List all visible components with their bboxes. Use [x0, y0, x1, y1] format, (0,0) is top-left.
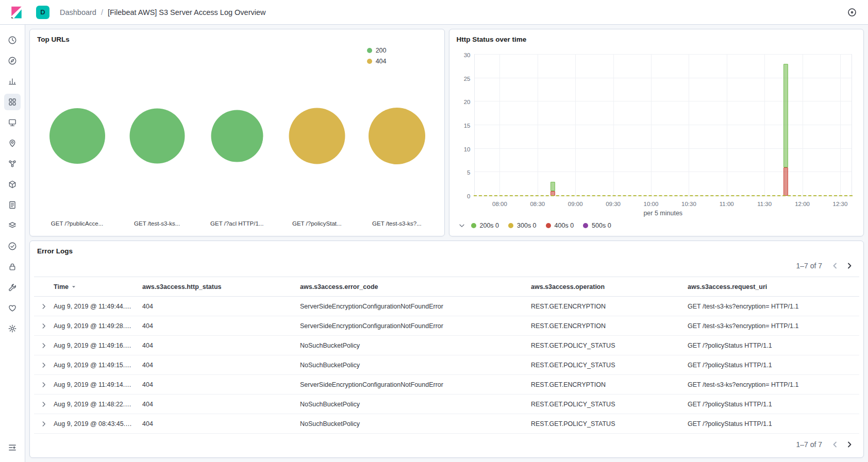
x-axis-tick-label: 11:00: [720, 201, 734, 207]
canvas-icon[interactable]: [4, 114, 21, 131]
top-url-item: GET /?publicAcce...: [37, 29, 117, 236]
cell-time: Aug 9, 2019 @ 11:48:22.000: [49, 395, 138, 414]
grid-line: [475, 101, 852, 101]
table-row: Aug 9, 2019 @ 11:49:15.000404NoSuchBucke…: [34, 355, 859, 375]
next-page-button[interactable]: [843, 259, 856, 272]
expand-row-button[interactable]: [38, 320, 49, 332]
legend-label: 400s 0: [555, 222, 574, 229]
bar-200s[interactable]: [783, 64, 788, 167]
pie-circle[interactable]: [289, 108, 345, 164]
chevron-down-icon[interactable]: [457, 220, 467, 231]
expand-row-button[interactable]: [38, 379, 49, 390]
legend-item[interactable]: 200s 0: [471, 222, 499, 229]
monitoring-icon[interactable]: [4, 300, 21, 316]
cell-request-uri: GET /test-s3-ks?encryption= HTTP/1.1: [683, 297, 859, 316]
expander-cell: [34, 414, 49, 434]
machine-learning-icon[interactable]: [4, 156, 21, 172]
security-icon[interactable]: [4, 259, 21, 275]
dev-tools-icon[interactable]: [4, 279, 21, 296]
cell-request-uri: GET /test-s3-ks?encryption= HTTP/1.1: [683, 375, 859, 395]
column-header-error-code[interactable]: aws.s3access.error_code: [296, 277, 527, 297]
bar-200s[interactable]: [550, 182, 555, 191]
error-logs-panel: Error Logs 1–7 of 7 Timeaws.s3access.htt…: [29, 241, 864, 458]
expand-row-button[interactable]: [38, 418, 49, 430]
grid-line: [764, 55, 765, 196]
apm-icon[interactable]: [4, 217, 21, 234]
pie-circle[interactable]: [369, 108, 425, 164]
legend-item[interactable]: 500s 0: [583, 222, 611, 229]
collapse-navigation-icon[interactable]: [4, 439, 21, 456]
table-header: Timeaws.s3access.http_statusaws.s3access…: [34, 277, 859, 297]
metrics-icon[interactable]: [4, 176, 21, 193]
cell-time: Aug 9, 2019 @ 11:49:44.000: [49, 297, 138, 316]
dashboard-icon[interactable]: [4, 94, 21, 110]
grid-line: [575, 55, 576, 196]
pagination-label: 1–7 of 7: [796, 440, 822, 449]
space-badge[interactable]: D: [36, 6, 49, 19]
expander-cell: [34, 355, 49, 375]
top-bar: D Dashboard / [Filebeat AWS] S3 Server A…: [0, 0, 868, 25]
logs-icon[interactable]: [4, 197, 21, 213]
http-status-panel: Http Status over time 05101520253008:000…: [449, 29, 864, 236]
help-icon[interactable]: [845, 6, 859, 19]
next-page-button[interactable]: [843, 438, 856, 451]
discover-icon[interactable]: [4, 53, 21, 69]
expand-row-button[interactable]: [38, 360, 49, 371]
cell-error-code: ServerSideEncryptionConfigurationNotFoun…: [296, 375, 527, 395]
legend-dot: [508, 223, 513, 228]
legend-item[interactable]: 400s 0: [546, 222, 574, 229]
cell-operation: REST.GET.POLICY_STATUS: [527, 336, 683, 355]
expander-column-header: [34, 277, 49, 297]
error-logs-table: Timeaws.s3access.http_statusaws.s3access…: [34, 277, 859, 434]
cell-error-code: NoSuchBucketPolicy: [296, 414, 527, 434]
error-logs-title: Error Logs: [30, 241, 863, 255]
bar-400s[interactable]: [783, 167, 788, 196]
x-axis-tick-label: 08:30: [530, 201, 545, 207]
cell-http-status: 404: [138, 297, 296, 316]
prev-page-button[interactable]: [828, 438, 842, 451]
maps-icon[interactable]: [4, 135, 21, 151]
pie-circle[interactable]: [129, 109, 185, 164]
cell-request-uri: GET /?policyStatus HTTP/1.1: [683, 414, 859, 434]
top-urls-bubbles: GET /?publicAcce...GET /test-s3-ks...GET…: [37, 29, 437, 236]
column-header-operation[interactable]: aws.s3access.operation: [527, 277, 683, 297]
column-header-time[interactable]: Time: [49, 277, 138, 297]
cell-operation: REST.GET.ENCRYPTION: [527, 297, 683, 316]
table-row: Aug 9, 2019 @ 11:48:22.000404NoSuchBucke…: [34, 395, 859, 414]
column-header-http-status[interactable]: aws.s3access.http_status: [138, 277, 296, 297]
expander-cell: [34, 375, 49, 395]
kibana-logo-icon[interactable]: [9, 5, 24, 20]
prev-page-button[interactable]: [828, 259, 842, 272]
grid-line: [840, 55, 841, 196]
cell-error-code: ServerSideEncryptionConfigurationNotFoun…: [296, 297, 527, 316]
breadcrumb-dashboard[interactable]: Dashboard: [60, 8, 96, 16]
pie-circle[interactable]: [49, 108, 105, 164]
error-logs-table-wrap: Timeaws.s3access.http_statusaws.s3access…: [30, 277, 863, 434]
legend-item[interactable]: 300s 0: [508, 222, 537, 229]
cell-http-status: 404: [138, 336, 296, 355]
y-axis-tick-label: 5: [453, 169, 471, 176]
top-url-label: GET /?policyStat...: [277, 220, 357, 227]
grid-line: [475, 172, 852, 172]
visualize-icon[interactable]: [4, 73, 21, 90]
breadcrumb: Dashboard / [Filebeat AWS] S3 Server Acc…: [60, 8, 265, 16]
column-header-label: aws.s3access.operation: [531, 283, 605, 290]
column-header-request-uri[interactable]: aws.s3access.request_uri: [683, 277, 859, 297]
table-row: Aug 9, 2019 @ 11:49:44.000404ServerSideE…: [34, 297, 859, 316]
top-url-label: GET /?publicAcce...: [37, 220, 117, 227]
cell-error-code: NoSuchBucketPolicy: [296, 355, 527, 375]
uptime-icon[interactable]: [4, 238, 21, 254]
expander-cell: [34, 316, 49, 336]
management-icon[interactable]: [4, 320, 21, 337]
expand-row-button[interactable]: [38, 301, 49, 312]
grid-line: [475, 148, 852, 149]
recently-viewed-icon[interactable]: [4, 32, 21, 48]
top-url-item: GET /test-s3-ks...: [117, 29, 197, 236]
page-title: [Filebeat AWS] S3 Server Access Log Over…: [108, 8, 266, 16]
cell-http-status: 404: [138, 395, 296, 414]
x-axis-tick-label: 12:30: [833, 201, 848, 207]
expander-cell: [34, 336, 49, 355]
expand-row-button[interactable]: [38, 340, 49, 351]
pie-circle[interactable]: [211, 110, 263, 162]
expand-row-button[interactable]: [38, 399, 49, 410]
